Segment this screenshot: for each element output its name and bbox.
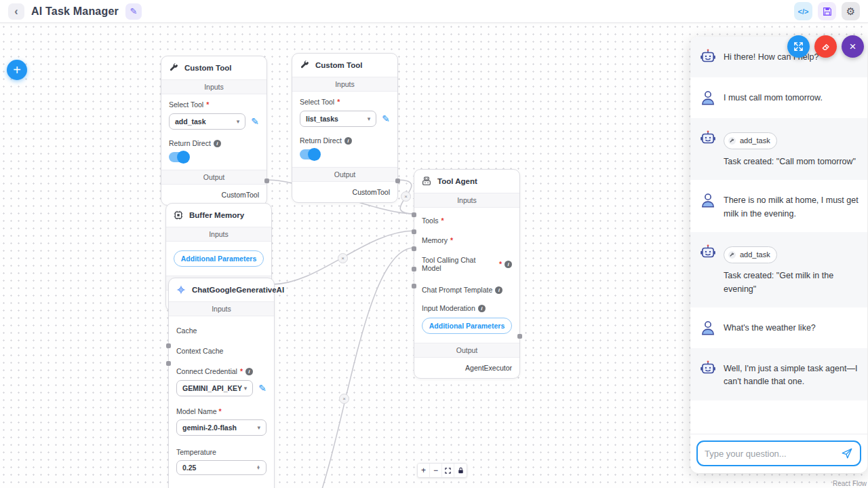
canvas-controls: + − bbox=[417, 463, 467, 478]
node-chat-google-generative-ai[interactable]: ChatGoogleGenerativeAI Inputs Cache Cont… bbox=[168, 278, 275, 488]
info-icon: i bbox=[478, 305, 486, 312]
edge-delete-button[interactable]: × bbox=[401, 191, 411, 202]
app-header: ‹ AI Task Manager ✎ </> ⚙ bbox=[0, 0, 868, 23]
select-tool-dropdown[interactable]: list_tasks ▾ bbox=[300, 111, 376, 127]
settings-button[interactable]: ⚙ bbox=[842, 2, 860, 20]
tool-used-chip[interactable]: add_task bbox=[724, 132, 777, 149]
edit-tool-icon[interactable]: ✎ bbox=[382, 113, 390, 124]
output-section-label: Output bbox=[292, 167, 397, 182]
lock-button[interactable] bbox=[454, 464, 467, 477]
output-name: CustomTool bbox=[161, 185, 267, 205]
edit-title-button[interactable]: ✎ bbox=[125, 3, 142, 20]
output-name: AgentExecutor bbox=[414, 358, 519, 378]
chevron-down-icon: ▾ bbox=[257, 424, 260, 431]
node-tool-agent[interactable]: Tool Agent Inputs Tools* Memory* Tool Ca… bbox=[414, 169, 520, 379]
info-icon: i bbox=[505, 261, 512, 268]
memory-chip-icon bbox=[173, 210, 184, 221]
return-direct-toggle[interactable] bbox=[169, 152, 189, 162]
return-direct-label: Return Direct i bbox=[169, 139, 259, 147]
additional-parameters-button[interactable]: Additional Parameters bbox=[422, 318, 512, 334]
back-button[interactable]: ‹ bbox=[8, 3, 24, 20]
edge-delete-button[interactable]: × bbox=[339, 394, 349, 404]
temperature-input[interactable]: 0.25 ▲▼ bbox=[176, 460, 267, 475]
chat-message-bot: Well, I'm just a simple task agent—I can… bbox=[690, 348, 867, 400]
temperature-label: Temperature bbox=[176, 448, 267, 456]
expand-icon bbox=[793, 41, 804, 52]
chat-message-user: There is no milk at home, I must get mil… bbox=[690, 180, 867, 232]
return-direct-label: Return Direct i bbox=[300, 136, 390, 145]
info-icon: i bbox=[495, 286, 502, 294]
chat-panel: Hi there! How can I help? I must call mo… bbox=[690, 37, 867, 473]
chat-message-bot: add_task Task created: "Get milk in the … bbox=[690, 232, 867, 307]
zoom-in-button[interactable]: + bbox=[418, 464, 430, 477]
edit-credential-icon[interactable]: ✎ bbox=[258, 383, 267, 394]
context-cache-input-label: Context Cache bbox=[176, 347, 267, 355]
expand-chat-button[interactable] bbox=[787, 35, 810, 58]
react-flow-attribution: React Flow bbox=[833, 480, 867, 487]
tool-used-chip[interactable]: add_task bbox=[724, 246, 777, 263]
close-chat-button[interactable]: × bbox=[842, 35, 864, 58]
page-title: AI Task Manager bbox=[31, 5, 119, 18]
memory-input-handle[interactable] bbox=[412, 229, 416, 234]
clear-chat-button[interactable] bbox=[814, 35, 837, 58]
context-cache-input-handle[interactable] bbox=[166, 361, 171, 366]
info-icon: i bbox=[344, 137, 352, 145]
edge-delete-button[interactable]: × bbox=[338, 253, 348, 263]
inputs-section-label: Inputs bbox=[414, 193, 519, 208]
user-avatar-icon bbox=[699, 191, 717, 209]
wrench-icon bbox=[728, 250, 736, 259]
gemini-sparkle-icon bbox=[176, 284, 186, 295]
chat-message-list: Hi there! How can I help? I must call mo… bbox=[690, 37, 867, 434]
chat-prompt-template-label: Chat Prompt Template i bbox=[422, 286, 512, 294]
output-handle[interactable] bbox=[395, 179, 400, 183]
save-button[interactable] bbox=[818, 2, 836, 20]
tools-input-handle[interactable] bbox=[412, 212, 416, 217]
model-name-label: Model Name * bbox=[176, 407, 267, 415]
node-title: Tool Agent bbox=[437, 177, 477, 185]
chevron-down-icon: ▾ bbox=[237, 118, 240, 125]
add-node-button[interactable]: + bbox=[7, 60, 27, 80]
select-tool-dropdown[interactable]: add_task ▾ bbox=[169, 113, 245, 130]
output-handle[interactable] bbox=[264, 179, 269, 183]
eraser-icon bbox=[821, 41, 831, 52]
cache-input-label: Cache bbox=[176, 326, 267, 335]
memory-input-label: Memory* bbox=[422, 236, 512, 244]
chat-message-user: What's the weather like? bbox=[690, 307, 867, 348]
zoom-out-button[interactable]: − bbox=[430, 464, 442, 477]
robot-icon bbox=[421, 176, 432, 187]
chat-prompt-template-handle[interactable] bbox=[412, 267, 416, 271]
bot-avatar-icon bbox=[699, 360, 717, 377]
tool-calling-chat-model-handle[interactable] bbox=[412, 246, 416, 251]
info-icon: i bbox=[245, 368, 253, 375]
chat-message-bot: add_task Task created: "Call mom tomorro… bbox=[690, 118, 867, 180]
output-handle[interactable] bbox=[517, 334, 522, 339]
edge-chatmodel-toolcalling[interactable] bbox=[275, 248, 414, 488]
api-code-button[interactable]: </> bbox=[794, 2, 812, 20]
inputs-section-label: Inputs bbox=[292, 77, 397, 92]
send-icon[interactable] bbox=[841, 447, 853, 459]
select-tool-label: Select Tool* bbox=[169, 100, 259, 109]
tool-calling-chat-model-label: Tool Calling Chat Model* i bbox=[422, 256, 512, 272]
select-tool-label: Select Tool* bbox=[300, 98, 390, 106]
node-custom-tool-2[interactable]: Custom Tool Inputs Select Tool* list_tas… bbox=[292, 53, 398, 203]
chevron-down-icon: ▾ bbox=[368, 115, 371, 122]
chat-question-input[interactable] bbox=[705, 449, 841, 459]
additional-parameters-button[interactable]: Additional Parameters bbox=[174, 250, 264, 267]
cache-input-handle[interactable] bbox=[166, 343, 171, 348]
bot-avatar-icon bbox=[699, 244, 717, 261]
model-name-dropdown[interactable]: gemini-2.0-flash ▾ bbox=[176, 419, 267, 436]
node-custom-tool-1[interactable]: Custom Tool Inputs Select Tool* add_task… bbox=[161, 56, 267, 206]
return-direct-toggle[interactable] bbox=[300, 149, 320, 159]
chevron-down-icon: ▾ bbox=[244, 385, 248, 392]
fit-view-button[interactable] bbox=[442, 464, 454, 477]
connect-credential-label: Connect Credential* i bbox=[176, 367, 267, 375]
input-moderation-handle[interactable] bbox=[412, 284, 416, 288]
output-section-label: Output bbox=[414, 343, 519, 358]
bot-avatar-icon bbox=[699, 48, 717, 66]
chat-input-area bbox=[690, 434, 867, 473]
inputs-section-label: Inputs bbox=[166, 227, 271, 242]
stepper-icon[interactable]: ▲▼ bbox=[256, 466, 260, 470]
edit-tool-icon[interactable]: ✎ bbox=[251, 116, 259, 127]
node-title: ChatGoogleGenerativeAI bbox=[192, 286, 284, 294]
credential-dropdown[interactable]: GEMINI_API_KEY ▾ bbox=[176, 380, 253, 396]
